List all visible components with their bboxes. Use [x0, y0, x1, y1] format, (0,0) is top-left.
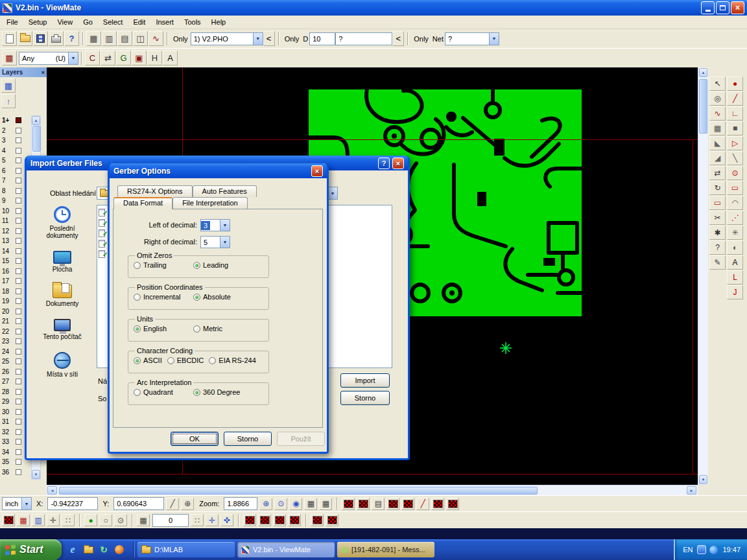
- pencil-box-button[interactable]: ✎: [709, 255, 726, 270]
- traffic-light-button[interactable]: ●: [84, 514, 97, 526]
- refresh-button[interactable]: ↻: [98, 544, 110, 555]
- layers-palette-button[interactable]: ▦: [2, 51, 17, 65]
- thin-line-button[interactable]: ╲: [727, 151, 743, 165]
- pad-rings-button[interactable]: ◎: [709, 91, 726, 106]
- chevron-down-icon[interactable]: ▼: [21, 498, 31, 509]
- radio-trailing[interactable]: Trailing: [134, 261, 188, 269]
- menu-edit[interactable]: Edit: [128, 16, 150, 28]
- layer-color-swatch[interactable]: [16, 439, 21, 445]
- menu-tools[interactable]: Tools: [179, 16, 206, 28]
- close-button[interactable]: ×: [392, 158, 404, 169]
- layer-set-button[interactable]: ▥: [32, 514, 45, 526]
- save-button[interactable]: [33, 31, 48, 46]
- aperture-report-button[interactable]: ▥: [102, 31, 117, 46]
- zoom-in-button[interactable]: ⊕: [259, 498, 272, 510]
- film-7-button[interactable]: [243, 514, 256, 526]
- select-rect-button[interactable]: ▭: [727, 181, 743, 195]
- import-button[interactable]: Import: [340, 373, 390, 388]
- start-button[interactable]: Start: [0, 539, 62, 560]
- chevron-down-icon[interactable]: ▼: [489, 33, 499, 45]
- net-combo[interactable]: ? ▼: [445, 32, 499, 45]
- task-viewmate[interactable]: V2.bin - ViewMate: [237, 542, 335, 557]
- only-net-label[interactable]: Only: [414, 35, 429, 43]
- layer-color-swatch[interactable]: [16, 419, 21, 425]
- dcode-query-input[interactable]: ?: [335, 32, 392, 45]
- radio-ebcdic[interactable]: EBCDIC: [167, 356, 204, 364]
- table-button[interactable]: ▦: [137, 514, 150, 526]
- scroll-left-icon[interactable]: ◄: [47, 486, 57, 495]
- origin-target-button[interactable]: ⊕: [181, 498, 194, 510]
- scroll-thumb[interactable]: [699, 79, 707, 134]
- scroll-right-icon[interactable]: ►: [687, 486, 696, 495]
- select-cursor-button[interactable]: ↖: [709, 76, 726, 91]
- scroll-down-icon[interactable]: ▼: [699, 475, 707, 484]
- split-view-button[interactable]: ◫: [133, 31, 148, 46]
- chevron-down-icon[interactable]: ▼: [327, 187, 337, 199]
- clock[interactable]: 19:47: [722, 546, 741, 554]
- restore-button[interactable]: [716, 1, 729, 14]
- minimize-button[interactable]: [701, 1, 715, 14]
- layer-color-swatch[interactable]: [16, 288, 21, 294]
- only-layer-label[interactable]: Only: [173, 35, 188, 43]
- radio-eia-rs-244[interactable]: EIA RS-244: [209, 356, 255, 364]
- layer-color-swatch[interactable]: [16, 349, 21, 355]
- ok-button[interactable]: OK: [171, 432, 219, 446]
- layer-color-swatch[interactable]: [16, 469, 21, 475]
- layer-color-swatch[interactable]: [16, 369, 21, 375]
- layer-color-swatch[interactable]: [16, 298, 21, 304]
- place-documents[interactable]: Dokumenty: [33, 282, 91, 310]
- menu-setup[interactable]: Setup: [23, 16, 53, 28]
- query-button[interactable]: ?: [709, 240, 726, 255]
- circle-q-button[interactable]: ⊙: [114, 514, 127, 526]
- radio-english[interactable]: English: [134, 325, 188, 332]
- dcode-table-button[interactable]: ▦: [86, 31, 101, 46]
- radio-leading[interactable]: Leading: [193, 261, 248, 269]
- folders-button[interactable]: [82, 544, 94, 555]
- zoom-window-button[interactable]: ⊙: [274, 498, 287, 510]
- layer-row-2[interactable]: 2: [0, 126, 31, 136]
- layer-filter-combo[interactable]: 1) V2.PHO ▼: [191, 32, 263, 45]
- color-grid-button[interactable]: ▦: [17, 514, 30, 526]
- open-file-button[interactable]: [18, 31, 32, 46]
- chevron-down-icon[interactable]: ▼: [253, 33, 263, 45]
- scroll-down-icon[interactable]: ▼: [32, 470, 40, 479]
- film-3-button[interactable]: [386, 498, 399, 510]
- help-button[interactable]: ?: [378, 158, 390, 169]
- film-1-button[interactable]: [342, 498, 355, 510]
- arc-button[interactable]: ◠: [727, 196, 743, 210]
- layer-row-4[interactable]: 4: [0, 146, 31, 156]
- browser-button[interactable]: [113, 544, 125, 555]
- layer-color-swatch[interactable]: [16, 309, 21, 314]
- dots-button[interactable]: ∷: [62, 514, 75, 526]
- layer-color-swatch[interactable]: [16, 449, 21, 455]
- layer-row-36[interactable]: 36: [0, 467, 31, 478]
- leader-l-button[interactable]: L: [727, 270, 743, 285]
- menu-file[interactable]: File: [1, 16, 23, 28]
- layer-color-swatch[interactable]: [16, 409, 21, 415]
- filled-box-button[interactable]: ▦: [709, 121, 726, 135]
- fill-box-button[interactable]: ▣: [132, 51, 147, 65]
- cross-button[interactable]: ✛: [47, 514, 60, 526]
- scroll-up-icon[interactable]: ▲: [699, 68, 707, 77]
- new-file-button[interactable]: [2, 31, 17, 46]
- layer-color-swatch[interactable]: [16, 178, 21, 183]
- slash-dots-button[interactable]: ⋰: [727, 211, 743, 225]
- layer-up-button[interactable]: ↑: [1, 94, 16, 108]
- layer-color-swatch[interactable]: [16, 218, 21, 224]
- menu-help[interactable]: Help: [206, 16, 231, 28]
- chevron-down-icon[interactable]: ▼: [68, 52, 78, 64]
- film-2-button[interactable]: [357, 498, 370, 510]
- diagonal-measure-button[interactable]: ╱: [166, 498, 179, 510]
- film-8-button[interactable]: [258, 514, 271, 526]
- layer-color-swatch[interactable]: [16, 248, 21, 254]
- chevron-down-icon[interactable]: ▼: [220, 237, 230, 248]
- flash-pad-button[interactable]: ●: [727, 76, 743, 91]
- half-circle-button[interactable]: ◐: [727, 240, 743, 255]
- scissors-button[interactable]: ✂: [709, 211, 726, 225]
- apply-button[interactable]: Použít: [277, 432, 325, 446]
- layer-color-swatch[interactable]: [16, 338, 21, 344]
- grid-c-button[interactable]: ▤: [372, 498, 385, 510]
- network-icon[interactable]: [709, 546, 718, 554]
- text-a-button[interactable]: A: [163, 51, 178, 65]
- place-desktop[interactable]: Plocha: [33, 248, 91, 275]
